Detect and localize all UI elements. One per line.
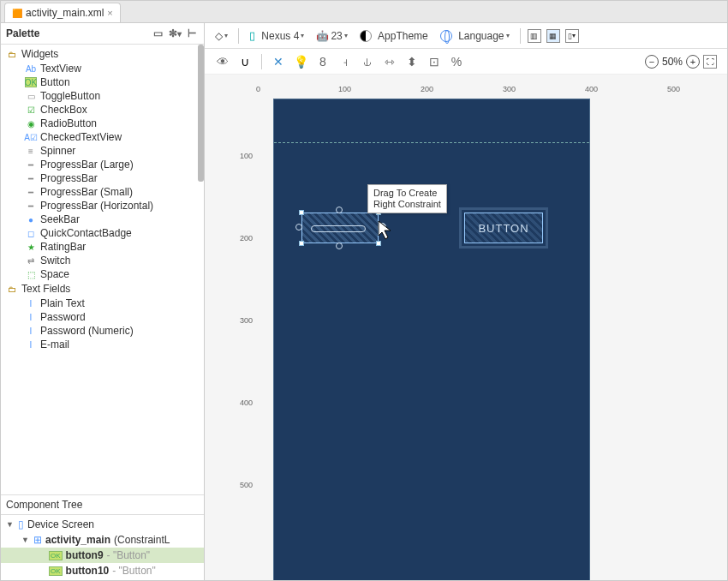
palette-item[interactable]: IPassword (Numeric) xyxy=(1,324,204,338)
layout-variant-1-button[interactable]: ▥ xyxy=(528,29,541,43)
close-icon[interactable]: × xyxy=(107,8,112,18)
component-tree-title: Component Tree xyxy=(6,499,82,511)
zoom-in-button[interactable]: + xyxy=(686,55,700,69)
palette-item[interactable]: ━ProgressBar xyxy=(1,171,204,185)
layout-variant-2-button[interactable]: ▦ xyxy=(546,29,560,43)
blueprint-surface[interactable]: BUTTON xyxy=(273,99,590,580)
guideline-icon[interactable]: ⊡ xyxy=(427,54,442,69)
palette-item[interactable]: OKButton xyxy=(1,75,204,89)
palette-item[interactable]: ▭ToggleButton xyxy=(1,89,204,103)
component-tree-item[interactable]: OKbutton9 - "Button" xyxy=(1,548,204,563)
pack-icon[interactable]: ⫝ xyxy=(360,54,375,69)
lightbulb-icon[interactable]: 💡 xyxy=(293,54,308,69)
magnet-icon[interactable]: ∪ xyxy=(237,54,253,69)
palette-group[interactable]: 🗀Text Fields xyxy=(1,281,204,296)
chevron-down-icon[interactable]: ▼ xyxy=(21,536,30,544)
palette-item[interactable]: IE-mail xyxy=(1,338,204,351)
theme-icon xyxy=(360,30,372,42)
theme-picker[interactable]: AppTheme xyxy=(356,28,432,44)
palette-item[interactable]: ☑CheckBox xyxy=(1,103,204,117)
palette-tree[interactable]: 🗀WidgetsAbTextViewOKButton▭ToggleButton☑… xyxy=(1,45,204,494)
palette-item[interactable]: ◉RadioButton xyxy=(1,117,204,130)
design-canvas[interactable]: 0100200300400500 100200300400500 xyxy=(205,75,727,580)
component-tree[interactable]: ▼ ▯ Device Screen ▼ ⊞ activity_main (Con… xyxy=(1,515,204,580)
resize-handle[interactable] xyxy=(376,241,381,246)
ruler-tick: 300 xyxy=(503,85,516,93)
default-margin[interactable]: 8 xyxy=(315,54,331,69)
align-icon[interactable]: ⫞ xyxy=(337,54,353,69)
palette-item-label: Space xyxy=(40,268,69,280)
widget-icon: ● xyxy=(25,214,37,225)
palette-item[interactable]: ━ProgressBar (Horizontal) xyxy=(1,199,204,213)
palette-item[interactable]: AbTextView xyxy=(1,62,204,75)
constraint-anchor-top[interactable] xyxy=(336,207,343,213)
zoom-out-button[interactable]: − xyxy=(645,55,659,69)
widget-button10[interactable]: BUTTON xyxy=(464,213,543,243)
api-picker[interactable]: 🤖23▾ xyxy=(313,28,350,44)
chevron-down-icon[interactable]: ▼ xyxy=(6,520,15,529)
ruler-tick: 100 xyxy=(240,152,253,160)
constraint-anchor-left[interactable] xyxy=(295,224,302,231)
scrollbar[interactable] xyxy=(198,45,204,182)
widget-icon: A☑ xyxy=(25,132,37,142)
palette-item-label: Switch xyxy=(40,255,70,267)
xml-file-icon: 🟧 xyxy=(12,9,22,18)
expand-h-icon[interactable]: ⇿ xyxy=(382,54,397,69)
palette-item[interactable]: ⬚Space xyxy=(1,267,204,281)
button-widget-icon: OK xyxy=(49,551,63,560)
component-sublabel: - "Button" xyxy=(107,549,151,561)
layout-variant-3-button[interactable]: ▯▾ xyxy=(565,29,579,43)
tab-label: activity_main.xml xyxy=(26,7,104,19)
tab-activity-main[interactable]: 🟧 activity_main.xml × xyxy=(4,3,121,22)
component-tree-layout[interactable]: ▼ ⊞ activity_main (ConstraintL xyxy=(1,532,204,548)
palette-item[interactable]: ━ProgressBar (Large) xyxy=(1,158,204,171)
folder-icon: 🗀 xyxy=(6,49,18,59)
palette-item-label: RadioButton xyxy=(40,117,97,129)
zoom-level: 50% xyxy=(662,56,683,68)
clear-constraints-icon[interactable]: ✕ xyxy=(271,54,286,69)
palette-item[interactable]: ≡Spinner xyxy=(1,144,204,158)
palette-item-label: CheckedTextView xyxy=(40,131,122,143)
widget-icon: ◉ xyxy=(25,118,37,129)
component-tree-root[interactable]: ▼ ▯ Device Screen xyxy=(1,517,204,532)
resize-handle[interactable] xyxy=(299,241,304,246)
palette-item-label: Button xyxy=(40,76,70,88)
constraint-anchor-bottom[interactable] xyxy=(336,243,343,249)
widget-icon: ☑ xyxy=(25,105,37,115)
palette-item[interactable]: IPassword xyxy=(1,310,204,324)
widget-icon: ▭ xyxy=(25,91,37,101)
phone-icon: ▯ xyxy=(249,29,255,42)
palette-item[interactable]: ━ProgressBar (Small) xyxy=(1,185,204,199)
tooltip-line2: Right Constraint xyxy=(373,199,441,209)
zoom-fit-button[interactable]: ⛶ xyxy=(703,55,717,69)
resize-handle[interactable] xyxy=(299,210,304,215)
selected-widget-button9[interactable] xyxy=(301,213,379,243)
palette-item[interactable]: ★RatingBar xyxy=(1,240,204,254)
device-picker[interactable]: ▯ Nexus 4▾ xyxy=(246,27,307,44)
widget-icon: ⬚ xyxy=(25,269,37,279)
expand-v-icon[interactable]: ⬍ xyxy=(404,54,420,69)
constraint-tooltip: Drag To Create Right Constraint xyxy=(367,184,447,213)
palette-item-label: ProgressBar xyxy=(40,172,98,184)
ruler-vertical: 100200300400500 xyxy=(239,100,254,572)
palette-item-label: ProgressBar (Large) xyxy=(40,159,134,171)
palette-item[interactable]: A☑CheckedTextView xyxy=(1,130,204,144)
component-tree-item[interactable]: OKbutton10 - "Button" xyxy=(1,563,204,578)
ruler-tick: 500 xyxy=(667,85,680,93)
search-icon[interactable]: ⊢ xyxy=(185,27,199,40)
palette-item[interactable]: ●SeekBar xyxy=(1,213,204,226)
ruler-tick: 500 xyxy=(240,481,253,489)
layout-name: activity_main xyxy=(45,534,110,546)
eye-icon[interactable]: 👁 xyxy=(215,54,230,69)
palette-item[interactable]: ◻QuickContactBadge xyxy=(1,226,204,240)
palette-item-label: E-mail xyxy=(40,338,69,350)
percent-icon[interactable]: % xyxy=(449,54,464,69)
palette-view-mode-icon[interactable]: ▭ xyxy=(151,27,164,40)
palette-item[interactable]: IPlain Text xyxy=(1,296,204,310)
language-picker[interactable]: Language▾ xyxy=(437,28,513,44)
palette-item[interactable]: ⇄Switch xyxy=(1,254,204,267)
gear-icon[interactable]: ✻▾ xyxy=(168,27,182,40)
design-surface-button[interactable]: ◇▾ xyxy=(212,28,231,44)
ruler-horizontal: 0100200300400500 xyxy=(256,85,719,97)
palette-group[interactable]: 🗀Widgets xyxy=(1,46,204,62)
